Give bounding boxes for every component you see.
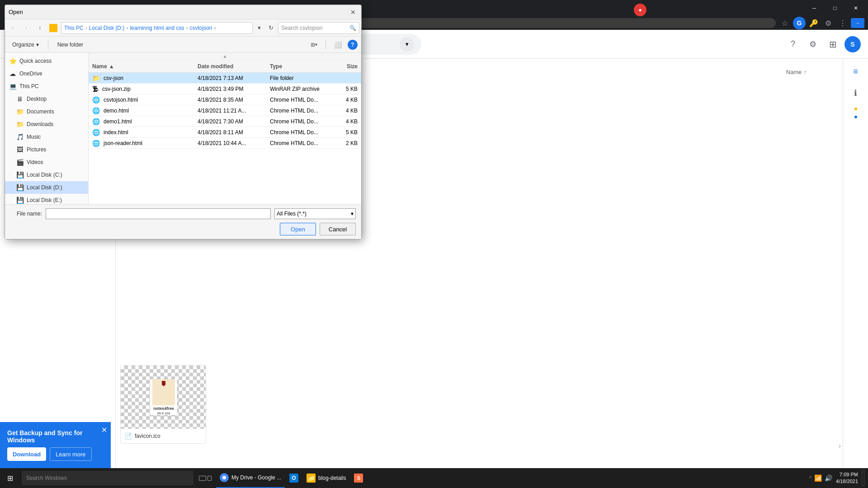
menu-icon[interactable]: ⋮: [836, 17, 849, 29]
refresh-address-button[interactable]: ↻: [265, 23, 276, 33]
taskbar-clock[interactable]: 7:09 PM 4/18/2021: [836, 471, 858, 485]
nav-this-pc-label: This PC: [19, 83, 39, 89]
file-row[interactable]: 🌐 csvtojson.html 4/18/2021 8:35 AM Chrom…: [89, 94, 361, 105]
nav-downloads-label: Downloads: [27, 121, 53, 127]
search-filter-icon[interactable]: ▾: [400, 37, 414, 52]
search-icon: 🔍: [349, 25, 356, 31]
crumb-local-disk[interactable]: Local Disk (D:): [89, 25, 125, 31]
taskbar-app-chrome[interactable]: My Drive - Google ...: [216, 468, 285, 488]
nav-pictures[interactable]: 🖼 Pictures: [5, 143, 88, 156]
nav-local-c[interactable]: 💾 Local Disk (C:): [5, 169, 88, 181]
disk-e-icon: 💾: [16, 197, 24, 204]
tray-expand-icon[interactable]: ^: [809, 475, 811, 481]
list-view-icon[interactable]: ≡: [847, 62, 865, 80]
drive-right-panel: ≡ ℹ: [843, 59, 868, 468]
back-nav-button[interactable]: ‹: [7, 22, 19, 34]
nav-music[interactable]: 🎵 Music: [5, 131, 88, 143]
nav-local-e[interactable]: 💾 Local Disk (E:): [5, 194, 88, 204]
file-row[interactable]: 📁 csv-json 4/18/2021 7:13 AM File folder: [89, 73, 361, 84]
dialog-toolbar: Organize ▾ New folder ⊞ ▾ ⬜ ?: [5, 37, 361, 53]
breadcrumb-expand-button[interactable]: ▾: [255, 23, 264, 33]
folder-icon: [49, 24, 57, 32]
open-button[interactable]: Open: [280, 223, 316, 235]
nav-this-pc[interactable]: 💻 This PC: [5, 80, 88, 93]
scroll-right-icon[interactable]: ›: [839, 442, 841, 450]
col-type-label: Type: [270, 63, 282, 70]
file-row[interactable]: 🌐 demo.html 4/18/2021 11:21 A... Chrome …: [89, 105, 361, 116]
nav-local-d[interactable]: 💾 Local Disk (D:): [5, 181, 88, 194]
system-tray: ^ 📶 🔊: [809, 474, 832, 482]
filetype-select[interactable]: All Files (*.*) ▾: [274, 208, 356, 219]
nav-desktop[interactable]: 🖥 Desktop: [5, 93, 88, 105]
nav-quick-access[interactable]: ⭐ Quick access: [5, 55, 88, 67]
organize-button[interactable]: Organize ▾: [9, 39, 42, 51]
nav-documents-label: Documents: [27, 108, 54, 115]
col-header-size[interactable]: Size: [330, 63, 361, 70]
crumb-learninng[interactable]: learninng html and css: [130, 25, 184, 31]
up-arrow-icon: ▲: [223, 54, 227, 59]
view-options-button[interactable]: ⊞ ▾: [307, 39, 320, 51]
col-header-name[interactable]: Name ▲: [89, 63, 194, 70]
taskbar-app-sublime[interactable]: S: [350, 468, 367, 488]
info-icon[interactable]: ℹ: [847, 84, 865, 102]
nav-music-label: Music: [27, 134, 41, 140]
file-row[interactable]: 🌐 demo1.html 4/18/2021 7:30 AM Chrome HT…: [89, 116, 361, 127]
preview-pane-button[interactable]: ⬜: [331, 39, 344, 51]
sign-in-button[interactable]: →: [851, 18, 864, 28]
file-date-col: 4/18/2021 10:44 A...: [194, 140, 266, 146]
html-file-icon: 🌐: [92, 140, 100, 147]
dialog-search-box[interactable]: Search csvtojson 🔍: [278, 22, 359, 34]
speaker-icon: 🔊: [825, 474, 832, 482]
taskbar-apps: My Drive - Google ... O 📁 blog-details S: [195, 468, 367, 488]
col-header-date[interactable]: Date modified: [194, 63, 266, 70]
start-button[interactable]: ⊞: [0, 468, 20, 488]
cancel-button[interactable]: Cancel: [320, 223, 356, 235]
settings-icon[interactable]: ⚙: [822, 17, 835, 29]
profile-button[interactable]: G: [793, 17, 806, 29]
apps-icon[interactable]: ⊞: [825, 36, 841, 52]
taskbar-app-outlook[interactable]: O: [286, 468, 302, 488]
notification-close-button[interactable]: ✕: [101, 426, 107, 434]
task-view-button[interactable]: [195, 468, 215, 488]
taskbar-search-placeholder: Search Windows: [26, 475, 67, 481]
nav-onedrive[interactable]: ☁ OneDrive: [5, 67, 88, 80]
zip-file-icon: 🗜: [92, 85, 99, 93]
filename-input[interactable]: [46, 208, 271, 219]
nav-downloads[interactable]: 📁 Downloads: [5, 118, 88, 131]
file-row[interactable]: 🌐 json-reader.html 4/18/2021 10:44 A... …: [89, 138, 361, 149]
taskbar-time-value: 7:09 PM: [836, 471, 858, 478]
minimize-button[interactable]: ─: [804, 0, 825, 16]
file-row[interactable]: 🌐 index.html 4/18/2021 8:11 AM Chrome HT…: [89, 127, 361, 138]
preview-image: notes4freeAll in one: [121, 366, 206, 429]
file-row[interactable]: 🗜 csv-json.zip 4/18/2021 3:49 PM WinRAR …: [89, 84, 361, 94]
taskbar-app-folder[interactable]: 📁 blog-details: [303, 468, 349, 488]
settings-icon[interactable]: ⚙: [805, 36, 821, 52]
nav-documents[interactable]: 📁 Documents: [5, 105, 88, 118]
notes4free-text: notes4freeAll in one: [153, 406, 174, 415]
crumb-csvtojson[interactable]: csvtojson: [189, 25, 212, 31]
address-breadcrumb[interactable]: This PC › Local Disk (D:) › learninng ht…: [61, 22, 253, 34]
file-size-col: 5 KB: [330, 86, 361, 92]
up-nav-button[interactable]: ↑: [34, 22, 46, 34]
learn-more-button[interactable]: Learn more: [50, 447, 91, 461]
col-header-type[interactable]: Type: [266, 63, 330, 70]
show-desktop-button[interactable]: [862, 470, 864, 486]
maximize-button[interactable]: □: [825, 0, 845, 16]
notification-title: Get Backup and Sync for Windows: [7, 429, 104, 444]
crumb-this-pc[interactable]: This PC: [64, 25, 84, 31]
taskbar-right: ^ 📶 🔊 7:09 PM 4/18/2021: [809, 470, 868, 486]
taskbar-search[interactable]: Search Windows: [22, 471, 193, 485]
file-name-col: 📁 csv-json: [89, 75, 194, 82]
forward-nav-button[interactable]: ›: [20, 22, 32, 34]
help-icon[interactable]: ?: [785, 36, 801, 52]
close-button[interactable]: ✕: [845, 0, 866, 16]
dialog-close-button[interactable]: ✕: [349, 8, 358, 17]
download-button[interactable]: Download: [7, 447, 46, 461]
bookmark-icon[interactable]: ☆: [778, 17, 791, 29]
extension-icon[interactable]: 🔑: [807, 17, 820, 29]
filetype-value: All Files (*.*): [277, 211, 307, 217]
help-button[interactable]: ?: [348, 40, 358, 50]
nav-videos[interactable]: 🎬 Videos: [5, 156, 88, 169]
new-folder-button[interactable]: New folder: [54, 39, 87, 51]
user-avatar[interactable]: S: [844, 36, 861, 52]
